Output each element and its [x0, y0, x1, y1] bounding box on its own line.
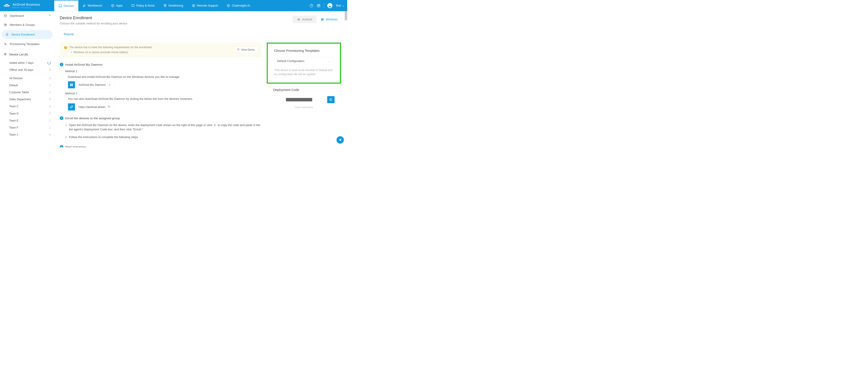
- os-android-button[interactable]: Android: [293, 16, 316, 23]
- nav-label: Apps: [116, 4, 123, 7]
- members-icon: [4, 23, 7, 27]
- brand-name: AirDroid Business: [13, 3, 40, 6]
- list-label: Sales Department: [9, 98, 31, 101]
- requirement-item: Windows 10 or above (exclude Home editio…: [73, 51, 152, 54]
- support-icon: [192, 4, 195, 7]
- nav-label: Geofencing: [168, 4, 183, 7]
- device-list-item[interactable]: All Devices8: [0, 75, 54, 82]
- nav-label: ChatInsight.AI: [232, 4, 250, 7]
- device-list-item[interactable]: Sales Department0: [0, 96, 54, 103]
- folder-icon: [131, 4, 135, 7]
- gift-icon[interactable]: [317, 4, 321, 8]
- svg-rect-21: [321, 20, 322, 20]
- step-title: Install AirDroid Biz Daemon: [65, 63, 103, 66]
- brand-logo[interactable]: AirDroid Business Sand Studio: [3, 2, 54, 9]
- svg-point-5: [193, 5, 194, 6]
- svg-point-10: [4, 15, 7, 17]
- nav-policy[interactable]: Policy & Kiosk: [127, 0, 159, 11]
- step-title: Start managing: [65, 145, 86, 147]
- svg-rect-25: [72, 84, 73, 85]
- device-list-item[interactable]: Team F2: [0, 124, 54, 131]
- count: 2: [49, 84, 51, 87]
- sidebar-device-list[interactable]: Device List (8): [0, 50, 54, 59]
- device-list-item[interactable]: Team C0: [0, 103, 54, 110]
- device-list-item[interactable]: Team J0: [0, 131, 54, 138]
- svg-rect-20: [322, 18, 324, 19]
- method-1-description: Download and install AirDroid Biz Daemon…: [68, 75, 261, 79]
- list-label: Default: [9, 84, 18, 87]
- step-number: 3: [60, 145, 63, 147]
- device-list-item[interactable]: Default2: [0, 82, 54, 89]
- count: 0: [49, 133, 51, 136]
- device-list-item[interactable]: Customer Tablet1: [0, 89, 54, 96]
- warning-icon: !: [64, 46, 67, 49]
- template-select[interactable]: Default Configuration⌄: [274, 57, 334, 65]
- nav-geofencing[interactable]: Geofencing: [159, 0, 188, 11]
- notice-text: The device has to meet the following req…: [69, 46, 152, 49]
- instruction-text: Follow the instructions to complete the …: [69, 135, 138, 139]
- loading-icon: [48, 61, 51, 64]
- collapse-sidebar-icon[interactable]: [48, 13, 52, 17]
- instruction-2: 2Follow the instructions to complete the…: [65, 135, 261, 139]
- code-redacted: [286, 98, 312, 101]
- sidebar-device-enrollment[interactable]: Device Enrollment: [2, 30, 53, 39]
- list-label: Added within 7 days: [9, 61, 33, 64]
- scrollbar[interactable]: [345, 11, 347, 20]
- brand-subtitle: Sand Studio: [13, 6, 40, 8]
- page-title: Device Enrollment: [60, 16, 127, 20]
- os-windows-button[interactable]: Windows: [316, 16, 342, 23]
- step-title: Enroll the devices to the assigned group: [65, 116, 120, 120]
- nav-devices[interactable]: Devices: [54, 0, 78, 11]
- user-menu[interactable]: Test⌄: [336, 4, 344, 7]
- sidebar-dashboard[interactable]: Dashboard: [0, 11, 54, 20]
- svg-point-3: [164, 5, 165, 6]
- list-label: Team C: [9, 105, 19, 108]
- enrollment-icon: [5, 33, 9, 36]
- copy-icon[interactable]: [108, 105, 110, 109]
- panel-title: Choose Provisioning Templates: [274, 49, 334, 53]
- user-name: Test: [336, 4, 341, 7]
- device-list-item[interactable]: Team D3: [0, 110, 54, 117]
- list-label: Offline over 30 days: [9, 68, 33, 72]
- sidebar-members[interactable]: Members & Groups: [0, 20, 54, 29]
- fab-send-button[interactable]: [337, 136, 344, 143]
- svg-rect-19: [321, 18, 322, 19]
- geo-icon: [163, 4, 167, 7]
- tabs: Regular: [60, 30, 342, 38]
- sidebar-label: Device List (8): [9, 53, 28, 56]
- devices-icon: [59, 4, 62, 7]
- top-navbar: AirDroid Business Sand Studio Devices Wo…: [0, 0, 347, 11]
- help-icon[interactable]: [309, 4, 313, 8]
- count: 1: [49, 91, 51, 94]
- method-1-label: Method 1 :: [65, 69, 261, 73]
- nav-label: Remote Support: [197, 4, 218, 7]
- nav-label: Workbench: [88, 4, 102, 7]
- download-icon: [108, 83, 111, 86]
- tab-regular[interactable]: Regular: [60, 30, 78, 38]
- user-avatar[interactable]: [327, 3, 332, 8]
- device-list-item[interactable]: Offline over 30 days6: [0, 66, 54, 74]
- nav-chatinsight[interactable]: ChatInsight.AI: [222, 0, 254, 11]
- apps-icon: [111, 4, 114, 7]
- step-number: 2: [60, 116, 63, 120]
- android-icon: [297, 18, 300, 21]
- nav-label: Policy & Kiosk: [136, 4, 155, 7]
- nav-remote-support[interactable]: Remote Support: [188, 0, 222, 11]
- sidebar-label: Members & Groups: [10, 23, 35, 27]
- step-2-header: 2Enroll the devices to the assigned grou…: [60, 116, 261, 120]
- copy-code-button[interactable]: [327, 96, 335, 103]
- sidebar-provisioning[interactable]: Provisioning Templates: [0, 39, 54, 49]
- nav-workbench[interactable]: Workbench: [78, 0, 106, 11]
- chevron-down-icon: ⌄: [342, 4, 344, 7]
- svg-rect-0: [59, 5, 61, 7]
- os-label: Android: [302, 18, 312, 21]
- download-link-box[interactable]: https://airdroid.at/win: [68, 103, 114, 110]
- download-daemon-button[interactable]: AirDroid Biz Daemon: [68, 81, 114, 88]
- view-demo-button[interactable]: View Demo: [234, 47, 258, 53]
- chat-icon: [227, 4, 230, 7]
- main-content: Device Enrollment Choose the suitable me…: [55, 11, 347, 147]
- device-list-item[interactable]: Added within 7 days: [0, 59, 54, 66]
- nav-apps[interactable]: Apps: [107, 0, 127, 11]
- device-list-item[interactable]: Team E0: [0, 117, 54, 124]
- step-1-header: 1Install AirDroid Biz Daemon: [60, 63, 261, 66]
